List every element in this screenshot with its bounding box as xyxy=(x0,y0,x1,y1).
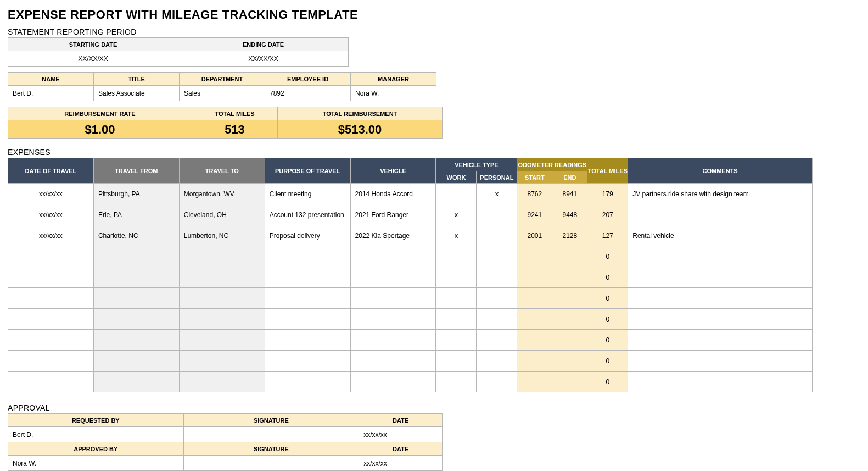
personal-cell[interactable] xyxy=(477,309,517,330)
comments-cell[interactable] xyxy=(628,351,813,372)
vehicle-cell[interactable]: 2014 Honda Accord xyxy=(350,184,436,204)
vehicle-cell[interactable] xyxy=(350,309,436,330)
purpose-cell[interactable] xyxy=(265,309,350,330)
personal-cell[interactable] xyxy=(477,225,517,246)
from-cell[interactable] xyxy=(93,288,179,309)
purpose-cell[interactable]: Proposal delivery xyxy=(265,225,350,246)
odo-start-cell[interactable]: 8762 xyxy=(517,184,552,204)
purpose-cell[interactable] xyxy=(265,330,350,351)
purpose-cell[interactable] xyxy=(265,288,350,309)
comments-cell[interactable] xyxy=(628,204,813,225)
odo-start-cell[interactable] xyxy=(517,288,552,309)
personal-cell[interactable] xyxy=(477,204,517,225)
vehicle-cell[interactable] xyxy=(350,288,436,309)
to-cell[interactable]: Cleveland, OH xyxy=(179,204,265,225)
work-cell[interactable] xyxy=(436,288,477,309)
purpose-cell[interactable]: Client meeting xyxy=(265,184,350,204)
purpose-cell[interactable] xyxy=(265,246,350,267)
odo-start-cell[interactable] xyxy=(517,372,552,392)
to-cell[interactable]: Lumberton, NC xyxy=(179,225,265,246)
date-cell[interactable] xyxy=(8,351,94,372)
vehicle-cell[interactable] xyxy=(350,351,436,372)
comments-cell[interactable] xyxy=(628,246,813,267)
purpose-cell[interactable]: Account 132 presentation xyxy=(265,204,350,225)
ending-date-value[interactable]: XX/XX/XX xyxy=(178,51,349,67)
requested-by-value[interactable]: Bert D. xyxy=(8,427,184,442)
odo-end-cell[interactable]: 8941 xyxy=(552,184,587,204)
date-cell[interactable] xyxy=(8,309,94,330)
from-cell[interactable] xyxy=(93,309,179,330)
date-cell[interactable] xyxy=(8,246,94,267)
starting-date-value[interactable]: XX/XX/XX xyxy=(8,51,178,67)
comments-cell[interactable] xyxy=(628,309,813,330)
odo-end-cell[interactable]: 2128 xyxy=(552,225,587,246)
to-cell[interactable] xyxy=(179,330,265,351)
personal-cell[interactable]: x xyxy=(477,184,517,204)
from-cell[interactable] xyxy=(93,351,179,372)
approved-by-value[interactable]: Nora W. xyxy=(8,456,184,471)
from-cell[interactable] xyxy=(93,246,179,267)
from-cell[interactable] xyxy=(93,267,179,288)
to-cell[interactable] xyxy=(179,288,265,309)
name-value[interactable]: Bert D. xyxy=(8,86,94,101)
odo-end-cell[interactable] xyxy=(552,267,587,288)
to-cell[interactable] xyxy=(179,351,265,372)
date-cell[interactable]: xx/xx/xx xyxy=(8,184,94,204)
vehicle-cell[interactable]: 2021 Ford Ranger xyxy=(350,204,436,225)
comments-cell[interactable] xyxy=(628,267,813,288)
manager-value[interactable]: Nora W. xyxy=(351,86,436,101)
from-cell[interactable]: Pittsburgh, PA xyxy=(93,184,179,204)
requested-signature-value[interactable] xyxy=(183,427,359,442)
to-cell[interactable]: Morgantown, WV xyxy=(179,184,265,204)
work-cell[interactable] xyxy=(436,184,477,204)
vehicle-cell[interactable] xyxy=(350,267,436,288)
personal-cell[interactable] xyxy=(477,267,517,288)
employee-id-value[interactable]: 7892 xyxy=(265,86,351,101)
vehicle-cell[interactable]: 2022 Kia Sportage xyxy=(350,225,436,246)
date-cell[interactable]: xx/xx/xx xyxy=(8,204,94,225)
odo-start-cell[interactable] xyxy=(517,267,552,288)
work-cell[interactable] xyxy=(436,246,477,267)
odo-end-cell[interactable] xyxy=(552,309,587,330)
comments-cell[interactable]: Rental vehicle xyxy=(628,225,813,246)
odo-end-cell[interactable] xyxy=(552,351,587,372)
to-cell[interactable] xyxy=(179,246,265,267)
odo-start-cell[interactable] xyxy=(517,351,552,372)
requested-date-value[interactable]: xx/xx/xx xyxy=(359,427,443,442)
comments-cell[interactable] xyxy=(628,330,813,351)
personal-cell[interactable] xyxy=(477,330,517,351)
date-cell[interactable] xyxy=(8,267,94,288)
date-cell[interactable]: xx/xx/xx xyxy=(8,225,94,246)
odo-end-cell[interactable] xyxy=(552,246,587,267)
purpose-cell[interactable] xyxy=(265,351,350,372)
to-cell[interactable] xyxy=(179,309,265,330)
odo-end-cell[interactable] xyxy=(552,288,587,309)
vehicle-cell[interactable] xyxy=(350,330,436,351)
odo-start-cell[interactable] xyxy=(517,246,552,267)
odo-end-cell[interactable]: 9448 xyxy=(552,204,587,225)
personal-cell[interactable] xyxy=(477,351,517,372)
work-cell[interactable] xyxy=(436,372,477,392)
comments-cell[interactable] xyxy=(628,288,813,309)
work-cell[interactable]: x xyxy=(436,204,477,225)
purpose-cell[interactable] xyxy=(265,372,350,392)
comments-cell[interactable]: JV partners ride share with design team xyxy=(628,184,813,204)
from-cell[interactable]: Charlotte, NC xyxy=(93,225,179,246)
date-cell[interactable] xyxy=(8,372,94,392)
title-value[interactable]: Sales Associate xyxy=(94,86,180,101)
to-cell[interactable] xyxy=(179,267,265,288)
odo-end-cell[interactable] xyxy=(552,330,587,351)
odo-end-cell[interactable] xyxy=(552,372,587,392)
comments-cell[interactable] xyxy=(628,372,813,392)
date-cell[interactable] xyxy=(8,330,94,351)
odo-start-cell[interactable] xyxy=(517,330,552,351)
work-cell[interactable] xyxy=(436,309,477,330)
from-cell[interactable]: Erie, PA xyxy=(93,204,179,225)
personal-cell[interactable] xyxy=(477,372,517,392)
purpose-cell[interactable] xyxy=(265,267,350,288)
work-cell[interactable]: x xyxy=(436,225,477,246)
department-value[interactable]: Sales xyxy=(180,86,265,101)
from-cell[interactable] xyxy=(93,330,179,351)
vehicle-cell[interactable] xyxy=(350,372,436,392)
date-cell[interactable] xyxy=(8,288,94,309)
